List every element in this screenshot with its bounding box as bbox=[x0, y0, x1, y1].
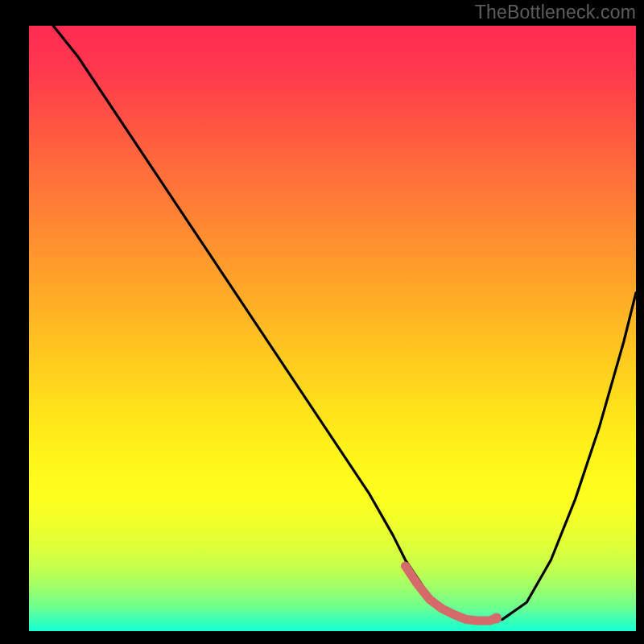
bottleneck-curve bbox=[53, 26, 636, 621]
chart-frame: TheBottleneck.com bbox=[0, 0, 644, 644]
plot-area bbox=[29, 26, 636, 631]
chart-svg bbox=[29, 26, 636, 633]
optimal-range-end-marker bbox=[491, 613, 502, 623]
optimal-range-line bbox=[405, 566, 496, 621]
watermark-text: TheBottleneck.com bbox=[475, 2, 636, 23]
